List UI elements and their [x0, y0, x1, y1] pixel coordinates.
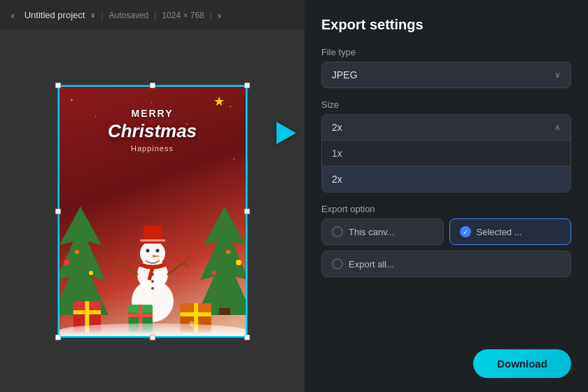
svg-line-26 — [116, 258, 121, 262]
this-canvas-label: This canv... — [349, 227, 395, 237]
back-button[interactable]: ‹ — [7, 7, 19, 24]
expand-button[interactable]: › — [218, 10, 221, 21]
handle-top-mid[interactable] — [150, 83, 155, 88]
selected-option[interactable]: ✓ Selected ... — [449, 218, 572, 245]
size-option-2x-label: 2x — [332, 174, 342, 185]
svg-rect-17 — [140, 239, 165, 241]
handle-bottom-right[interactable] — [244, 335, 250, 340]
svg-point-14 — [140, 241, 165, 266]
export-all-option[interactable]: Export all... — [321, 251, 571, 277]
file-type-value: JPEG — [332, 69, 358, 80]
handle-bottom-mid[interactable] — [150, 335, 155, 340]
autosaved-label: Autosaved — [109, 10, 149, 20]
svg-point-5 — [75, 250, 79, 254]
size-value: 2x — [332, 122, 342, 133]
export-all-label: Export all... — [349, 259, 394, 270]
divider2: | — [154, 10, 156, 20]
this-canvas-radio — [332, 226, 343, 237]
size-section: Size 2x ∧ 1x 2x — [321, 99, 571, 192]
export-all-radio — [332, 258, 343, 270]
export-row-1: This canv... ✓ Selected ... — [321, 218, 571, 245]
svg-point-21 — [151, 273, 154, 276]
svg-point-3 — [64, 260, 69, 265]
merry-text: MERRY — [59, 108, 246, 119]
project-name: Untitled project — [24, 10, 85, 20]
handle-bottom-left[interactable] — [55, 335, 61, 340]
size-option-2x[interactable]: 2x — [322, 166, 570, 192]
chevron-up-icon: ∧ — [554, 122, 561, 132]
svg-point-18 — [146, 249, 149, 253]
svg-rect-16 — [144, 225, 162, 241]
handle-top-left[interactable] — [55, 83, 61, 88]
size-label: Size — [321, 99, 571, 110]
handle-mid-right[interactable] — [244, 209, 250, 214]
svg-point-4 — [89, 271, 93, 275]
svg-point-11 — [226, 250, 230, 254]
project-chevron-icon: ∨ — [90, 11, 95, 19]
top-bar: ‹ Untitled project ∨ | Autosaved | 1024 … — [0, 0, 304, 31]
this-canvas-option[interactable]: This canv... — [321, 218, 444, 245]
card-background: ✦ ✦ • ✦ ✦ • ✦ ✦ • ★ MERRY Christmas — [59, 87, 246, 336]
size-option-1x-label: 1x — [332, 148, 342, 159]
happiness-text: Happiness — [59, 144, 246, 153]
file-type-label: File type — [321, 47, 571, 57]
svg-line-24 — [121, 262, 137, 274]
export-option-label: Export option — [321, 204, 571, 214]
panel-title: Export settings — [321, 17, 571, 33]
svg-rect-37 — [128, 314, 152, 317]
canvas-frame: ✦ ✦ • ✦ ✦ • ✦ ✦ • ★ MERRY Christmas — [58, 85, 247, 337]
canvas-workspace: ✦ ✦ • ✦ ✦ • ✦ ✦ • ★ MERRY Christmas — [0, 31, 304, 392]
svg-point-23 — [151, 287, 154, 290]
export-options-group: This canv... ✓ Selected ... Export all..… — [321, 218, 571, 277]
svg-rect-33 — [73, 310, 100, 314]
chevron-down-icon: ∨ — [554, 70, 561, 80]
handle-top-right[interactable] — [244, 83, 250, 88]
cursor-arrow-icon — [276, 122, 296, 144]
file-type-dropdown[interactable]: JPEG ∨ — [321, 62, 571, 88]
svg-point-19 — [155, 249, 159, 253]
divider3: | — [210, 10, 212, 20]
divider: | — [101, 10, 103, 20]
svg-line-27 — [118, 262, 121, 267]
size-dropdown[interactable]: 2x ∧ 1x 2x — [321, 114, 571, 192]
gold-star: ★ — [214, 94, 225, 109]
svg-point-9 — [236, 260, 241, 265]
svg-rect-41 — [180, 312, 211, 316]
file-type-section: File type JPEG ∨ — [321, 47, 571, 88]
svg-point-10 — [212, 271, 216, 275]
export-settings-panel: Export settings File type JPEG ∨ Size 2x… — [304, 0, 588, 392]
handle-mid-left[interactable] — [55, 209, 61, 214]
resolution-label: 1024 × 768 — [162, 10, 204, 20]
size-option-1x[interactable]: 1x — [322, 140, 570, 166]
selected-check-icon: ✓ — [460, 226, 471, 237]
svg-point-22 — [151, 280, 154, 283]
canvas-area: ‹ Untitled project ∨ | Autosaved | 1024 … — [0, 0, 304, 392]
christmas-text: Christmas — [59, 120, 246, 142]
size-dropdown-header[interactable]: 2x ∧ — [322, 115, 570, 140]
selected-label: Selected ... — [477, 227, 522, 237]
svg-line-25 — [168, 262, 184, 274]
download-button[interactable]: Download — [473, 349, 571, 378]
svg-line-28 — [184, 258, 189, 262]
export-option-section: Export option This canv... ✓ Selected ..… — [321, 204, 571, 277]
christmas-card: ✦ ✦ • ✦ ✦ • ✦ ✦ • ★ MERRY Christmas — [58, 85, 247, 337]
svg-line-29 — [184, 262, 188, 267]
